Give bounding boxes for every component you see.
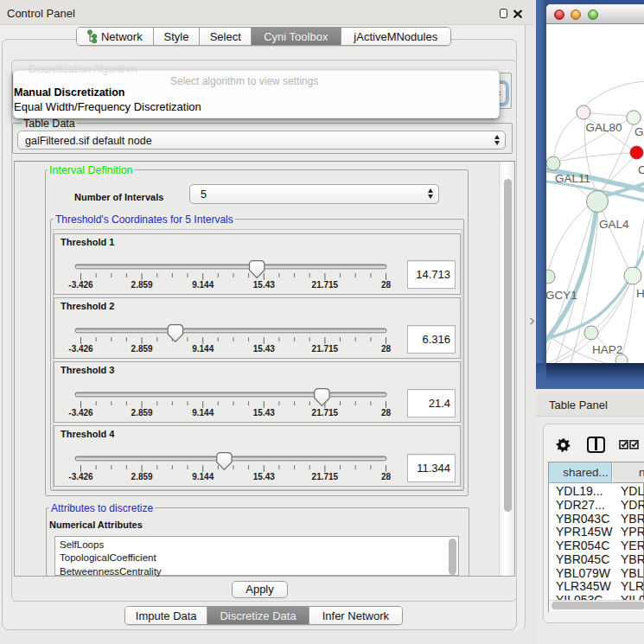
svg-text:GA: GA [634, 125, 644, 138]
svg-text:GAL4: GAL4 [599, 218, 629, 231]
svg-text:GAL80: GAL80 [586, 121, 622, 134]
svg-text:HAP2: HAP2 [592, 343, 622, 356]
svg-text:GCY1: GCY1 [546, 289, 577, 302]
svg-text:GAL11: GAL11 [555, 172, 590, 185]
svg-text:H: H [636, 287, 644, 300]
svg-text:C: C [638, 163, 644, 176]
